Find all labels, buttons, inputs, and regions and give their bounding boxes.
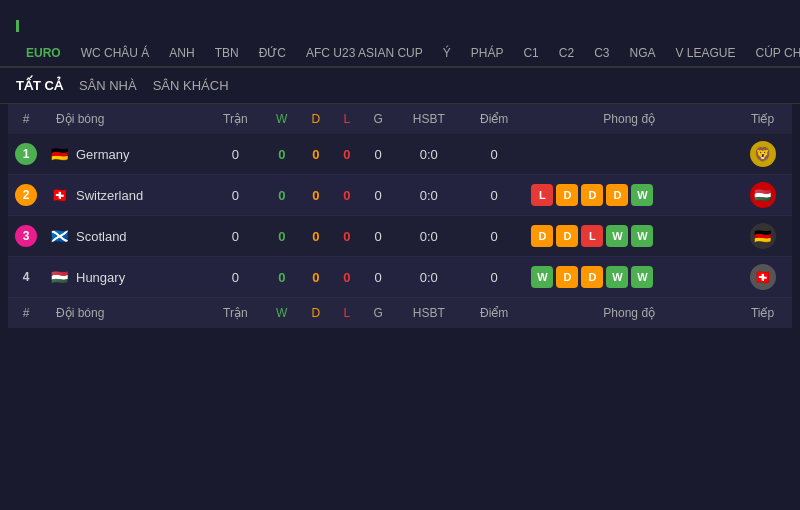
team-name: Germany — [76, 147, 129, 162]
rank-cell: 4 — [8, 257, 44, 298]
league-tab-9[interactable]: C2 — [549, 40, 584, 68]
league-tab-0[interactable]: EURO — [16, 40, 71, 68]
table-row: 4 🇭🇺 Hungary 0 0 0 0 0 0:0 0 WDDWW 🇨🇭 — [8, 257, 792, 298]
g-cell: 0 — [362, 134, 395, 175]
form-cell: WDDWW — [525, 257, 733, 298]
g-cell: 0 — [362, 216, 395, 257]
col-team: Đội bóng — [44, 104, 207, 134]
d-cell: 0 — [300, 216, 332, 257]
standings-wrapper: # Đội bóng Trận W D L G HSBT Điểm Phong … — [0, 104, 800, 328]
rank-badge: 2 — [15, 184, 37, 206]
next-match-icon: 🇨🇭 — [750, 264, 776, 290]
form-badge: D — [531, 225, 553, 247]
form-badge: L — [581, 225, 603, 247]
col-form: Phong độ — [525, 298, 733, 329]
league-tab-10[interactable]: C3 — [584, 40, 619, 68]
col-next: Tiếp — [733, 104, 792, 134]
breadcrumb — [0, 0, 800, 16]
col-form: Phong độ — [525, 104, 733, 134]
d-cell: 0 — [300, 134, 332, 175]
col-next: Tiếp — [733, 298, 792, 329]
points-cell: 0 — [463, 216, 525, 257]
played-cell: 0 — [207, 134, 264, 175]
next-match-icon: 🇭🇺 — [750, 182, 776, 208]
col-g: G — [362, 298, 395, 329]
next-cell: 🦁 — [733, 134, 792, 175]
sub-tabs: TẤT CẢSÂN NHÀSÂN KHÁCH — [0, 68, 800, 104]
rank-badge: 3 — [15, 225, 37, 247]
points-cell: 0 — [463, 175, 525, 216]
next-cell: 🇭🇺 — [733, 175, 792, 216]
next-match-icon: 🦁 — [750, 141, 776, 167]
team-flag: 🇨🇭 — [48, 184, 70, 206]
col-w: W — [264, 104, 300, 134]
team-flag: 🏴󠁧󠁢󠁳󠁣󠁴󠁿 — [48, 225, 70, 247]
form-badge: L — [531, 184, 553, 206]
g-cell: 0 — [362, 175, 395, 216]
col-played: Trận — [207, 104, 264, 134]
next-match-icon: 🇩🇪 — [750, 223, 776, 249]
league-tab-2[interactable]: ANH — [159, 40, 204, 68]
rank-badge: 4 — [15, 266, 37, 288]
l-cell: 0 — [332, 175, 362, 216]
col-points: Điểm — [463, 104, 525, 134]
col-d: D — [300, 104, 332, 134]
form-badge: W — [531, 266, 553, 288]
hsbt-cell: 0:0 — [395, 175, 463, 216]
col-hsbt: HSBT — [395, 298, 463, 329]
form-badge: D — [556, 184, 578, 206]
points-cell: 0 — [463, 257, 525, 298]
l-cell: 0 — [332, 216, 362, 257]
league-tab-11[interactable]: NGA — [619, 40, 665, 68]
form-badge: D — [556, 225, 578, 247]
hsbt-cell: 0:0 — [395, 216, 463, 257]
col-hsbt: HSBT — [395, 104, 463, 134]
sub-tab-2[interactable]: SÂN KHÁCH — [153, 76, 229, 95]
league-tab-4[interactable]: ĐỨC — [249, 40, 296, 68]
next-cell: 🇨🇭 — [733, 257, 792, 298]
col-d: D — [300, 298, 332, 329]
page-title-bar — [16, 20, 784, 32]
form-badge: W — [631, 266, 653, 288]
col-g: G — [362, 104, 395, 134]
team-cell: 🏴󠁧󠁢󠁳󠁣󠁴󠁿 Scotland — [44, 216, 207, 257]
league-tabs: EUROWC CHÂU ÁANHTBNĐỨCAFC U23 ASIAN CUPÝ… — [0, 40, 800, 68]
form-badge: W — [606, 225, 628, 247]
team-name: Scotland — [76, 229, 127, 244]
l-cell: 0 — [332, 134, 362, 175]
league-tab-12[interactable]: V LEAGUE — [665, 40, 745, 68]
table-row: 3 🏴󠁧󠁢󠁳󠁣󠁴󠁿 Scotland 0 0 0 0 0 0:0 0 DDLWW… — [8, 216, 792, 257]
next-cell: 🇩🇪 — [733, 216, 792, 257]
standings-table: # Đội bóng Trận W D L G HSBT Điểm Phong … — [8, 104, 792, 328]
played-cell: 0 — [207, 175, 264, 216]
team-cell: 🇨🇭 Switzerland — [44, 175, 207, 216]
league-tab-5[interactable]: AFC U23 ASIAN CUP — [296, 40, 433, 68]
l-cell: 0 — [332, 257, 362, 298]
col-rank: # — [8, 298, 44, 329]
form-badge: W — [631, 225, 653, 247]
league-tab-8[interactable]: C1 — [513, 40, 548, 68]
team-cell: 🇩🇪 Germany — [44, 134, 207, 175]
d-cell: 0 — [300, 175, 332, 216]
w-cell: 0 — [264, 257, 300, 298]
points-cell: 0 — [463, 134, 525, 175]
league-tab-13[interactable]: CÚP CHÂU PHI — [746, 40, 800, 68]
league-tab-7[interactable]: PHÁP — [461, 40, 514, 68]
table-row: 1 🇩🇪 Germany 0 0 0 0 0 0:0 0 🦁 — [8, 134, 792, 175]
col-l: L — [332, 104, 362, 134]
league-tab-1[interactable]: WC CHÂU Á — [71, 40, 160, 68]
w-cell: 0 — [264, 216, 300, 257]
w-cell: 0 — [264, 134, 300, 175]
form-badge: D — [581, 184, 603, 206]
sub-tab-0[interactable]: TẤT CẢ — [16, 76, 63, 95]
g-cell: 0 — [362, 257, 395, 298]
col-played: Trận — [207, 298, 264, 329]
hsbt-cell: 0:0 — [395, 134, 463, 175]
team-flag: 🇩🇪 — [48, 143, 70, 165]
col-w: W — [264, 298, 300, 329]
sub-tab-1[interactable]: SÂN NHÀ — [79, 76, 137, 95]
league-tab-3[interactable]: TBN — [205, 40, 249, 68]
form-cell — [525, 134, 733, 175]
league-tab-6[interactable]: Ý — [433, 40, 461, 68]
form-cell: LDDDW — [525, 175, 733, 216]
